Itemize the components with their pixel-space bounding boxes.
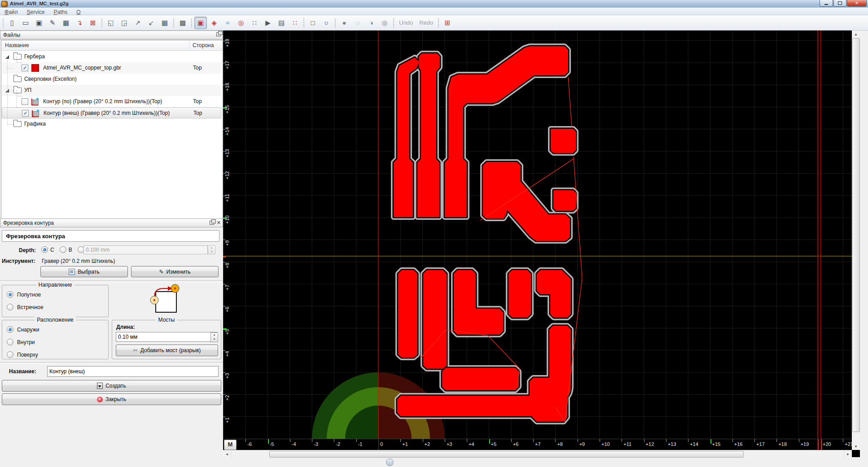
bridges-legend: Мосты (156, 317, 177, 323)
radio-icon (7, 351, 13, 358)
radio-option-c[interactable]: C (41, 246, 54, 253)
x-ruler-tick (467, 439, 467, 442)
separator (0, 362, 223, 364)
union-shapes-icon[interactable]: ● (338, 17, 351, 29)
horizontal-scroll-thumb[interactable] (269, 451, 744, 458)
draw-ellipse-icon[interactable]: ○ (320, 17, 333, 29)
visibility-checkbox[interactable]: ✓ (22, 65, 28, 71)
bridge-length-input[interactable] (116, 332, 217, 342)
show-drills-icon[interactable]: ◎ (235, 17, 247, 29)
radio-option-снаружи[interactable]: Снаружи (7, 326, 39, 333)
scroll-right-arrow[interactable]: ▸ (844, 450, 852, 458)
tree-row-графика[interactable]: Графика (2, 118, 221, 130)
gcode-settings-icon[interactable]: ▤ (275, 17, 288, 29)
transform-bridges-icon[interactable]: ∷ (289, 17, 301, 29)
save-all-icon[interactable]: ▦ (60, 17, 72, 29)
vertical-scroll-thumb[interactable] (852, 38, 860, 432)
tree-row-контур[interactable]: ✓Контур (внеш) (Гравер (20° 0.2 mm Штихе… (2, 107, 221, 118)
board-canvas[interactable]: +1+2+3+4+5+6+7+8+9+10+11+12+13+14+15+16+… (223, 31, 852, 450)
radio-option-поверху[interactable]: Поверху (7, 351, 39, 358)
undo-button[interactable]: Undo (396, 19, 416, 26)
visibility-checkbox[interactable]: ✓ (22, 110, 29, 117)
column-side[interactable]: Сторона (193, 42, 214, 48)
tile-windows-icon[interactable]: ▦ (158, 17, 171, 29)
tree-row-уп[interactable]: УП (2, 85, 221, 96)
x-ruler-tick (511, 439, 512, 442)
cascade-windows-icon[interactable]: ▩ (176, 17, 189, 29)
merge-shapes-icon[interactable]: ◑ (365, 17, 377, 29)
show-points-icon[interactable]: ∷ (248, 17, 261, 29)
scroll-left-arrow[interactable]: ◂ (223, 450, 231, 458)
zoom-in-icon[interactable]: ↗ (132, 17, 144, 29)
radio-option-внутри[interactable]: Внутри (7, 339, 39, 345)
depth-spinner[interactable]: ▲▼ (208, 245, 215, 254)
maximize-button[interactable] (833, 0, 846, 7)
close-panel-icon[interactable]: ✕ (217, 220, 221, 225)
pencil-icon: ✎ (159, 269, 163, 275)
column-name[interactable]: Название (5, 42, 29, 48)
x-ruler-label: -6 (247, 441, 252, 447)
draw-rectangle-icon[interactable]: □ (307, 17, 319, 29)
zoom-fit-icon[interactable]: ◱ (105, 17, 117, 29)
x-ruler-label: +11 (623, 441, 631, 447)
vertical-scrollbar[interactable]: ▴ ▾ (852, 31, 860, 450)
depth-value-field[interactable] (83, 245, 208, 254)
units-button[interactable]: M (224, 440, 237, 450)
zoom-out-icon[interactable]: ↙ (145, 17, 158, 29)
save-file-icon[interactable]: ▣ (33, 17, 45, 29)
undock-icon[interactable] (216, 32, 221, 36)
contour-name-input[interactable] (47, 366, 219, 377)
radio-icon (7, 339, 13, 345)
x-ruler-label: +4 (469, 441, 474, 447)
new-file-icon[interactable]: ▯ (6, 17, 18, 29)
run-processing-icon[interactable]: ▶ (262, 17, 274, 29)
edit-tool-button[interactable]: ✎ Изменить (131, 266, 219, 277)
radio-option-b[interactable]: B (60, 246, 72, 253)
visibility-checkbox[interactable] (22, 98, 28, 105)
menu-item-paths[interactable]: Paths (49, 9, 72, 15)
y-ruler-label: +15 (224, 105, 230, 113)
grid-snap-icon[interactable]: ⊞ (441, 17, 454, 29)
show-contour-icon[interactable]: ◈ (208, 17, 220, 29)
intersect-shapes-icon[interactable]: ◎ (378, 17, 391, 29)
scroll-down-arrow[interactable]: ▾ (852, 443, 860, 450)
scroll-up-arrow[interactable]: ▴ (852, 31, 860, 38)
files-panel-header: Файлы (0, 31, 223, 39)
save-as-icon[interactable]: ✎ (46, 17, 59, 29)
minimize-button[interactable] (820, 0, 833, 7)
x-ruler-tick (334, 439, 334, 442)
tree-guide-line (17, 62, 23, 63)
undock-icon[interactable] (210, 221, 214, 225)
add-bridge-button[interactable]: ✂ Добавить мост (разрыв) (116, 345, 218, 356)
subtract-shapes-icon[interactable]: ◌ (351, 17, 364, 29)
tree-row-контур[interactable]: Контур (по) (Гравер (20° 0.2 mm Штихель)… (2, 96, 221, 107)
open-folder-icon[interactable]: ▭ (19, 17, 32, 29)
show-copper-icon[interactable]: ▣ (194, 17, 207, 29)
x-ruler-tick (578, 439, 578, 442)
redo-button[interactable]: Redo (416, 19, 436, 26)
zoom-selection-icon[interactable]: ◲ (118, 17, 131, 29)
choose-tool-button[interactable]: Выбрать (40, 266, 128, 277)
bridge-length-spinner[interactable]: ▲▼ (210, 332, 218, 342)
close-operation-button[interactable]: ✕ Закрыть (2, 393, 221, 405)
layer-color-swatch[interactable] (31, 64, 39, 72)
close-file-icon[interactable]: ⊠ (87, 17, 99, 29)
radio-option-попутное[interactable]: Попутное (7, 291, 44, 298)
import-gerber-icon[interactable]: ↴ (73, 17, 86, 29)
tree-row-гербера[interactable]: Гербера (2, 51, 221, 62)
x-ruler-label: -3 (314, 441, 318, 447)
folder-icon (13, 121, 22, 127)
horizontal-scrollbar[interactable]: ◂ ▸ (223, 450, 852, 458)
toolbar: ▯▭▣✎▦↴⊠◱◲↗↙▦▩▣◈≈◎∷▶▤∷□○●◌◑◎UndoRedo⊞ (0, 15, 868, 31)
create-button[interactable]: Создать (2, 380, 221, 392)
title-bar: Atmel_AVR_MC_test.g2g ✕ (0, 0, 868, 8)
menu-item-service[interactable]: Service (22, 9, 49, 15)
menu-item-о[interactable]: О (72, 9, 85, 15)
radio-icon (60, 246, 66, 253)
tree-row-сверловки[interactable]: Сверловки (Excellon) (2, 74, 221, 85)
edit-curve-icon[interactable]: ≈ (221, 17, 234, 29)
tree-row-atmel_avr_mc_copper_top.gbr[interactable]: ✓Atmel_AVR_MC_copper_top.gbrTop (2, 62, 221, 74)
menu-item-файл[interactable]: Файл (0, 9, 22, 15)
close-button[interactable]: ✕ (847, 0, 867, 7)
radio-option-встречное[interactable]: Встречное (7, 304, 44, 310)
